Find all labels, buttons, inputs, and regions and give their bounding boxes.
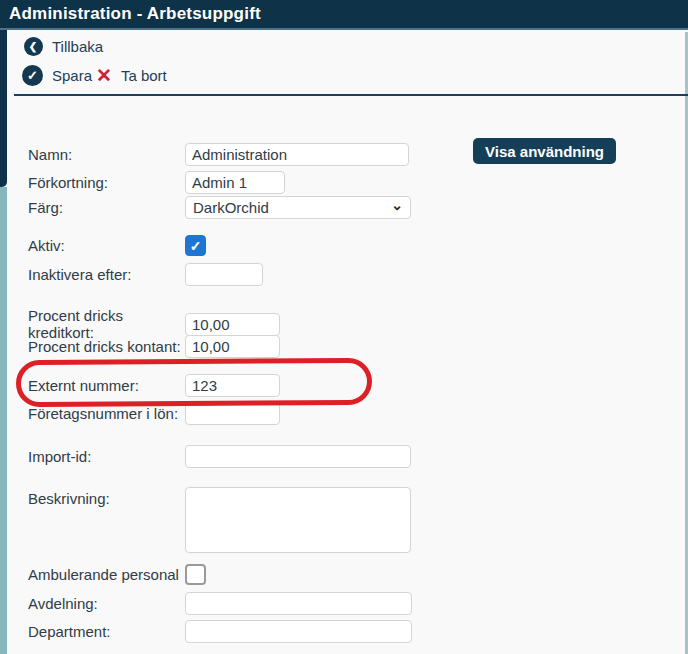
color-select-value: DarkOrchid	[193, 199, 269, 216]
show-usage-button[interactable]: Visa användning	[473, 138, 616, 164]
import-id-label: Import-id:	[28, 448, 185, 465]
form-row-aktiv: Aktiv: ✓	[28, 235, 206, 256]
delete-button-label: Ta bort	[121, 67, 167, 84]
delete-button[interactable]: ✕ Ta bort	[96, 66, 167, 85]
title-bar: Administration - Arbetsuppgift	[0, 0, 688, 30]
form-row-import-id: Import-id:	[28, 445, 411, 468]
ambulerande-personal-label: Ambulerande personal	[28, 566, 185, 583]
procent-dricks-kontant-input[interactable]	[185, 335, 280, 358]
namn-label: Namn:	[28, 146, 185, 163]
left-edge-strip-navy	[0, 30, 7, 187]
page-title: Administration - Arbetsuppgift	[0, 4, 261, 24]
foretagsnummer-i-lon-input[interactable]	[185, 402, 280, 425]
save-button[interactable]: ✓ Spara	[22, 65, 92, 86]
form-row-avdelning: Avdelning:	[28, 592, 412, 615]
form-row-foretagsnummer-i-lon: Företagsnummer i lön:	[28, 402, 280, 425]
form-row-department: Department:	[28, 620, 412, 643]
administration-arbetsuppgift-page: Administration - Arbetsuppgift ❮ Tillbak…	[0, 0, 688, 654]
beskrivning-label: Beskrivning:	[28, 487, 185, 507]
department-label: Department:	[28, 623, 185, 640]
form-row-namn: Namn:	[28, 143, 409, 166]
aktiv-checkbox[interactable]: ✓	[185, 235, 206, 256]
form-row-ambulerande-personal: Ambulerande personal	[28, 564, 206, 585]
color-select[interactable]: DarkOrchid ⌄	[185, 196, 411, 219]
department-input[interactable]	[185, 620, 412, 643]
check-circle-icon: ✓	[22, 65, 43, 86]
procent-dricks-kontant-label: Procent dricks kontant:	[28, 338, 185, 355]
externt-nummer-label: Externt nummer:	[28, 377, 185, 394]
farg-label: Färg:	[28, 199, 185, 216]
form-row-externt-nummer: Externt nummer:	[28, 374, 280, 397]
left-edge-strip-teal	[0, 187, 7, 654]
externt-nummer-input[interactable]	[185, 374, 280, 397]
beskrivning-textarea[interactable]	[185, 487, 411, 553]
foretagsnummer-i-lon-label: Företagsnummer i lön:	[28, 405, 185, 422]
import-id-input[interactable]	[185, 445, 411, 468]
toolbar-separator	[14, 94, 688, 96]
namn-input[interactable]	[185, 143, 409, 166]
inaktivera-efter-input[interactable]	[185, 263, 263, 286]
form-row-procent-dricks-kontant: Procent dricks kontant:	[28, 335, 280, 358]
aktiv-label: Aktiv:	[28, 237, 185, 254]
avdelning-label: Avdelning:	[28, 595, 185, 612]
form-row-forkortning: Förkortning:	[28, 171, 285, 194]
x-mark-icon: ✕	[96, 66, 112, 85]
chevron-left-icon: ❮	[24, 37, 43, 56]
forkortning-input[interactable]	[185, 171, 285, 194]
avdelning-input[interactable]	[185, 592, 412, 615]
procent-dricks-kreditkort-input[interactable]	[185, 313, 280, 336]
forkortning-label: Förkortning:	[28, 174, 185, 191]
inaktivera-efter-label: Inaktivera efter:	[28, 266, 185, 283]
back-button-label: Tillbaka	[52, 38, 103, 55]
form-row-farg: Färg: DarkOrchid ⌄	[28, 196, 411, 219]
form-row-inaktivera-efter: Inaktivera efter:	[28, 263, 263, 286]
form-row-beskrivning: Beskrivning:	[28, 487, 411, 553]
checkmark-icon: ✓	[190, 238, 202, 254]
back-button[interactable]: ❮ Tillbaka	[24, 37, 103, 56]
ambulerande-personal-checkbox[interactable]	[185, 564, 206, 585]
save-button-label: Spara	[52, 67, 92, 84]
chevron-down-icon: ⌄	[391, 200, 403, 210]
